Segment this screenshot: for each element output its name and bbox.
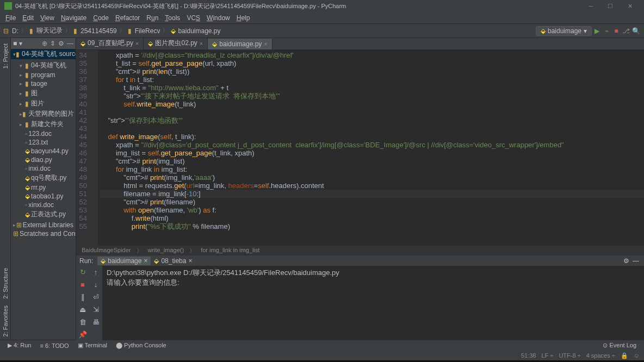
code-breadcrumb: BaiduImageSpider 〉 write_image() 〉 for i… bbox=[76, 246, 644, 255]
gear-icon[interactable]: ⚙ bbox=[58, 40, 64, 47]
line-separator[interactable]: LF ÷ bbox=[541, 352, 553, 359]
tree-item[interactable]: ▫123.txt bbox=[11, 138, 76, 147]
tab-favorites[interactable]: 2: Favorites bbox=[1, 302, 10, 340]
run-button[interactable]: ▶ bbox=[592, 26, 602, 36]
crumb-loop[interactable]: for img_link in img_list bbox=[201, 247, 259, 254]
menu-navigate[interactable]: Navigate bbox=[58, 14, 90, 22]
menu-vcs[interactable]: VCS bbox=[183, 14, 203, 22]
btn-todo[interactable]: ≡ 6: TODO bbox=[35, 342, 73, 349]
lock-icon[interactable]: 🔒 bbox=[621, 352, 628, 359]
tree-item[interactable]: ▸⊞External Libraries bbox=[11, 221, 76, 229]
indent-info[interactable]: 4 spaces ÷ bbox=[586, 352, 615, 359]
close-icon[interactable]: × bbox=[135, 40, 139, 47]
expand-icon[interactable]: ⇕ bbox=[50, 40, 55, 47]
down-icon[interactable]: ↓ bbox=[94, 280, 98, 289]
inspect-icon[interactable]: ☺ bbox=[634, 352, 640, 359]
tab-structure[interactable]: 2: Structure bbox=[1, 265, 10, 302]
scroll-icon[interactable]: ⇲ bbox=[93, 305, 99, 314]
python-icon: ⬙ bbox=[541, 27, 546, 35]
menu-window[interactable]: Window bbox=[203, 14, 233, 22]
pause-icon[interactable]: ‖ bbox=[81, 293, 85, 301]
pin-icon[interactable]: 📌 bbox=[78, 330, 87, 339]
project-panel: ■ ▾ ⊕ ⇕ ⚙ — ▾▮ 04-英雄飞机 sources ▾▮04-英雄飞机… bbox=[11, 38, 76, 340]
file-encoding[interactable]: UTF-8 ÷ bbox=[559, 352, 580, 359]
left-toolwindow-bar: 1: Project 2: Structure 2: Favorites bbox=[0, 38, 11, 340]
editor-tab[interactable]: ⬙baiduimage.py× bbox=[208, 39, 273, 49]
editor-tab[interactable]: ⬙图片爬虫02.py× bbox=[144, 37, 208, 49]
tree-item[interactable]: ▸▮天堂网爬的图片 bbox=[11, 109, 76, 119]
breadcrumb-part[interactable]: FileRecv bbox=[135, 27, 160, 35]
print-icon[interactable]: 🖶 bbox=[92, 318, 100, 326]
up-icon[interactable]: ↑ bbox=[94, 268, 98, 276]
tree-item[interactable]: ▫xinxi.doc bbox=[11, 201, 76, 209]
menu-run[interactable]: Run bbox=[143, 14, 162, 22]
app-icon bbox=[4, 2, 12, 10]
close-button[interactable]: ✕ bbox=[620, 3, 640, 10]
menu-code[interactable]: Code bbox=[90, 14, 112, 22]
tree-item[interactable]: ▸▮图 bbox=[11, 88, 76, 98]
tree-item[interactable]: ▸▮图片 bbox=[11, 98, 76, 109]
run-config-selector[interactable]: ⬙ baiduimage ▾ bbox=[536, 26, 592, 36]
tree-item[interactable]: ⬙baoyun44.py bbox=[11, 147, 76, 155]
run-tab[interactable]: ⬙baiduimage× bbox=[97, 257, 151, 265]
debug-button[interactable]: ⌁ bbox=[602, 26, 611, 36]
menu-tools[interactable]: Tools bbox=[162, 14, 183, 22]
run-tab[interactable]: ⬙08_tieba× bbox=[151, 257, 195, 265]
menu-file[interactable]: File bbox=[2, 14, 19, 22]
tree-item[interactable]: ▸▮program bbox=[11, 71, 76, 79]
editor-tabs: ⬙09_百度贴吧.py×⬙图片爬虫02.py×⬙baiduimage.py× bbox=[76, 38, 644, 50]
gear-icon[interactable]: ⚙ bbox=[621, 256, 631, 266]
run-console[interactable]: D:\python38\python.exe D:/聊天记录/254114545… bbox=[102, 266, 644, 341]
tree-item[interactable]: ▸▮taoge bbox=[11, 79, 76, 88]
fold-column bbox=[91, 50, 98, 246]
btn-terminal[interactable]: ▣ Terminal bbox=[73, 342, 112, 349]
editor-tab[interactable]: ⬙09_百度贴吧.py× bbox=[76, 37, 144, 49]
tree-item[interactable]: ⬙taobao1.py bbox=[11, 192, 76, 201]
search-button[interactable]: 🔍 bbox=[631, 26, 641, 36]
run-label: Run: bbox=[79, 257, 93, 265]
tree-item[interactable]: ▸▮新建文件夹 bbox=[11, 119, 76, 129]
project-root[interactable]: ▾▮ 04-英雄飞机 sources bbox=[11, 49, 76, 59]
tree-item[interactable]: ⬙正表达式.py bbox=[11, 209, 76, 220]
exit-icon[interactable]: ⏏ bbox=[79, 305, 86, 314]
crumb-class[interactable]: BaiduImageSpider bbox=[82, 247, 131, 254]
tree-item[interactable]: ⬙rrr.py bbox=[11, 183, 76, 192]
rerun-button[interactable]: ↻ bbox=[80, 268, 86, 276]
close-icon[interactable]: × bbox=[200, 40, 203, 47]
breadcrumb-root[interactable]: D: bbox=[12, 27, 18, 35]
window-titlebar: 04-英雄飞机 [D:\聊天记录\2541145459\FileRecv\04-… bbox=[0, 0, 644, 12]
tree-item[interactable]: ⬙qq号爬取.py bbox=[11, 173, 76, 183]
menu-view[interactable]: View bbox=[37, 14, 58, 22]
code-editor[interactable]: xpath = '//div[@class="threadlist_lz cle… bbox=[98, 50, 644, 246]
tree-item[interactable]: ⊞Scratches and Consol bbox=[11, 229, 76, 238]
stop-button[interactable]: ■ bbox=[81, 280, 85, 289]
wrap-icon[interactable]: ⏎ bbox=[93, 293, 99, 301]
tree-item[interactable]: ▫inxi.doc bbox=[11, 164, 76, 173]
caret-position[interactable]: 51:38 bbox=[521, 352, 536, 359]
menu-refactor[interactable]: Refactor bbox=[112, 14, 143, 22]
git-button[interactable]: ⎇ bbox=[621, 26, 631, 36]
close-icon[interactable]: × bbox=[264, 41, 267, 47]
tree-item[interactable]: ▾▮04-英雄飞机 bbox=[11, 60, 76, 71]
project-dropdown[interactable]: ■ ▾ bbox=[13, 40, 22, 47]
btn-python-console[interactable]: ⬤ Python Console bbox=[112, 342, 171, 349]
breadcrumb-part[interactable]: 2541145459 bbox=[81, 27, 117, 35]
crumb-method[interactable]: write_image() bbox=[148, 247, 184, 254]
menu-help[interactable]: Help bbox=[233, 14, 253, 22]
target-icon[interactable]: ⊕ bbox=[42, 40, 47, 47]
breadcrumb-file[interactable]: baiduimage.py bbox=[178, 27, 220, 35]
breadcrumb-part[interactable]: 聊天记录 bbox=[36, 26, 63, 35]
hide-icon[interactable]: — bbox=[631, 256, 641, 266]
trash-icon[interactable]: 🗑 bbox=[79, 318, 86, 326]
tree-item[interactable]: ⬙diao.py bbox=[11, 155, 76, 164]
tab-project[interactable]: 1: Project bbox=[1, 40, 10, 72]
maximize-button[interactable]: ☐ bbox=[600, 3, 620, 10]
hide-icon[interactable]: — bbox=[67, 40, 73, 47]
stop-button[interactable]: ■ bbox=[611, 26, 621, 36]
menu-edit[interactable]: Edit bbox=[19, 14, 37, 22]
chevron-down-icon: ▾ bbox=[584, 27, 587, 35]
btn-run[interactable]: ▶ 4: Run bbox=[3, 342, 35, 349]
tree-item[interactable]: ▫123.doc bbox=[11, 129, 76, 138]
btn-event-log[interactable]: ⊙ Event Log bbox=[598, 342, 641, 349]
minimize-button[interactable]: ─ bbox=[581, 3, 600, 9]
